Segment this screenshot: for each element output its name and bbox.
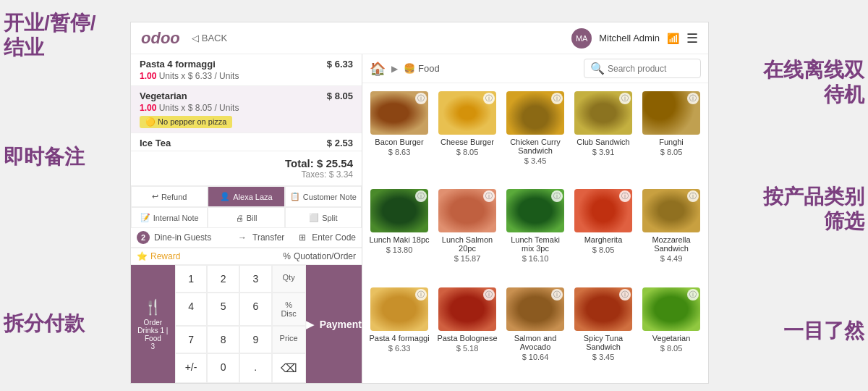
product-name: Lunch Salmon 20pc	[437, 235, 498, 253]
back-button[interactable]: ◁ BACK	[186, 30, 233, 46]
pos-body: Pasta 4 formaggi $ 6.33 1.00 Units x $ 6…	[131, 54, 708, 383]
order-item[interactable]: Vegetarian $ 8.05 1.00 Units x $ 8.05 / …	[131, 86, 362, 133]
refund-button[interactable]: ↩ Refund	[131, 186, 208, 207]
wifi-icon: 📶	[667, 33, 679, 44]
order-sidebar-detail: Drinks 1 | Food3	[134, 327, 172, 350]
numpad-key-1[interactable]: 1	[175, 265, 208, 293]
home-icon[interactable]: 🏠	[370, 61, 386, 77]
product-card[interactable]: ⓘ Mozzarella Sandwich $ 4.49	[637, 184, 705, 282]
customer-select-button[interactable]: 👤 Alexa Laza	[208, 186, 284, 207]
product-card[interactable]: ⓘ Vegetarian $ 8.05	[637, 282, 705, 380]
numpad-key-2[interactable]: 2	[207, 265, 239, 293]
product-name: Margherita	[584, 235, 623, 244]
customer-note-button[interactable]: 📋 Customer Note	[285, 186, 362, 207]
user-icon: 👤	[220, 192, 230, 201]
order-item[interactable]: Pasta 4 formaggi $ 6.33 1.00 Units x $ 6…	[131, 54, 362, 86]
product-card[interactable]: ⓘ Lunch Temaki mix 3pc $ 16.10	[501, 184, 569, 282]
quotation-order-button[interactable]: % Quotation/Order	[277, 248, 362, 264]
split-button[interactable]: ⬜ Split	[285, 207, 362, 228]
search-input[interactable]	[608, 64, 694, 74]
total-label: Total:	[285, 157, 314, 169]
numpad-key-0[interactable]: 0	[207, 353, 239, 383]
numpad-key-8[interactable]: 8	[207, 326, 239, 353]
quotation-label: Quotation/Order	[294, 251, 356, 261]
product-card[interactable]: ⓘ Club Sandwich $ 3.91	[569, 86, 637, 184]
product-card[interactable]: ⓘ Pasta Bolognese $ 5.18	[433, 282, 501, 380]
breadcrumb-arrow: ▶	[391, 64, 398, 74]
internal-note-icon: 📝	[140, 213, 150, 222]
pos-header: odoo ◁ BACK MA Mitchell Admin 📶 ☰	[131, 22, 708, 54]
dine-badge: 2	[137, 231, 150, 244]
product-card[interactable]: ⓘ Funghi $ 8.05	[637, 86, 705, 184]
payment-button[interactable]: ▶ Payment	[306, 265, 362, 383]
annotation-bottom-left: 拆分付款	[4, 311, 85, 336]
products-panel: 🏠 ▶ 🍔 Food 🔍 ⓘ Bacon Burger $ 8.63 ⓘ	[362, 54, 708, 383]
numpad-key-Qty[interactable]: Qty	[272, 265, 306, 293]
product-card[interactable]: ⓘ Pasta 4 formaggi $ 6.33	[365, 282, 433, 380]
product-price: $ 8.05	[592, 245, 615, 254]
food-label: Food	[418, 63, 440, 74]
order-items: Pasta 4 formaggi $ 6.33 1.00 Units x $ 6…	[131, 54, 362, 151]
numpad-key-6[interactable]: 6	[239, 293, 272, 326]
product-card[interactable]: ⓘ Lunch Salmon 20pc $ 15.87	[433, 184, 501, 282]
split-icon: ⬜	[309, 213, 319, 222]
order-sidebar: 🍴 Order Drinks 1 | Food3	[131, 265, 175, 383]
refund-label: Refund	[161, 193, 187, 201]
product-price: $ 4.49	[660, 254, 683, 263]
product-card[interactable]: ⓘ Salmon and Avocado $ 10.64	[501, 282, 569, 380]
header-right: MA Mitchell Admin 📶 ☰	[571, 28, 698, 49]
numpad-key-[interactable]: +/-	[175, 353, 208, 383]
info-icon: ⓘ	[483, 289, 495, 300]
order-item[interactable]: Ice Tea $ 2.53 1.00 Units x $ 2.53 / Uni…	[131, 133, 362, 151]
product-card[interactable]: ⓘ Cheese Burger $ 8.05	[433, 86, 501, 184]
product-price: $ 6.33	[388, 344, 411, 353]
product-name: Vegetarian	[652, 334, 691, 342]
info-icon: ⓘ	[551, 289, 563, 300]
product-topbar: 🏠 ▶ 🍔 Food 🔍	[362, 54, 708, 83]
dine-in-label: Dine-in Guests	[154, 232, 211, 243]
product-card[interactable]: ⓘ Lunch Maki 18pc $ 13.80	[365, 184, 433, 282]
order-panel: Pasta 4 formaggi $ 6.33 1.00 Units x $ 6…	[131, 54, 362, 383]
food-icon: 🍔	[404, 63, 415, 74]
product-price: $ 8.05	[660, 344, 683, 353]
dine-in-row[interactable]: 2 Dine-in Guests → Transfer ⊞ Enter Code	[131, 228, 362, 248]
internal-note-button[interactable]: 📝 Internal Note	[131, 207, 208, 228]
food-category-button[interactable]: 🍔 Food	[404, 63, 440, 74]
product-card[interactable]: ⓘ Margherita $ 8.05	[569, 184, 637, 282]
admin-name: Mitchell Admin	[599, 33, 660, 43]
info-icon: ⓘ	[551, 93, 563, 104]
numpad-key-Disc[interactable]: % Disc	[272, 293, 306, 326]
numpad-key-[interactable]: ⌫	[272, 353, 306, 383]
numpad-key-5[interactable]: 5	[207, 293, 239, 326]
numpad-key-3[interactable]: 3	[239, 265, 272, 293]
reward-row[interactable]: ⭐ Reward	[131, 248, 186, 264]
order-sidebar-order: Order	[144, 319, 163, 327]
numpad-key-[interactable]: .	[239, 353, 272, 383]
product-card[interactable]: ⓘ Chicken Curry Sandwich $ 3.45	[501, 86, 569, 184]
numpad-key-9[interactable]: 9	[239, 326, 272, 353]
enter-code-label: Enter Code	[312, 232, 356, 243]
back-arrow-icon: ◁	[192, 33, 199, 43]
product-price: $ 8.63	[388, 148, 411, 156]
numpad-key-7[interactable]: 7	[175, 326, 208, 353]
menu-icon[interactable]: ☰	[686, 30, 698, 46]
item-price: $ 2.53	[327, 138, 353, 148]
product-name: Lunch Maki 18pc	[369, 235, 429, 244]
numpad-key-4[interactable]: 4	[175, 293, 208, 326]
numpad: 123Qty456% Disc789Price+/-0.⌫	[175, 265, 306, 383]
reward-label: Reward	[150, 251, 180, 261]
pos-container: odoo ◁ BACK MA Mitchell Admin 📶 ☰ Pasta …	[130, 22, 709, 384]
item-qty: 1.00 Units x $ 8.05 / Units	[140, 103, 353, 113]
bill-button[interactable]: 🖨 Bill	[208, 207, 284, 228]
total-line: Total: $ 25.54	[140, 157, 353, 169]
product-card[interactable]: ⓘ Bacon Burger $ 8.63	[365, 86, 433, 184]
product-card[interactable]: ⓘ Spicy Tuna Sandwich $ 3.45	[569, 282, 637, 380]
numpad-key-Price[interactable]: Price	[272, 326, 306, 353]
item-name: Vegetarian	[140, 91, 187, 101]
order-total: Total: $ 25.54 Taxes: $ 3.34	[131, 151, 362, 185]
product-name: Salmon and Avocado	[505, 334, 566, 351]
product-name: Club Sandwich	[576, 138, 629, 146]
tax-label: Taxes:	[302, 169, 327, 180]
enter-code-icon: ⊞	[299, 232, 306, 243]
product-name: Cheese Burger	[441, 138, 494, 146]
